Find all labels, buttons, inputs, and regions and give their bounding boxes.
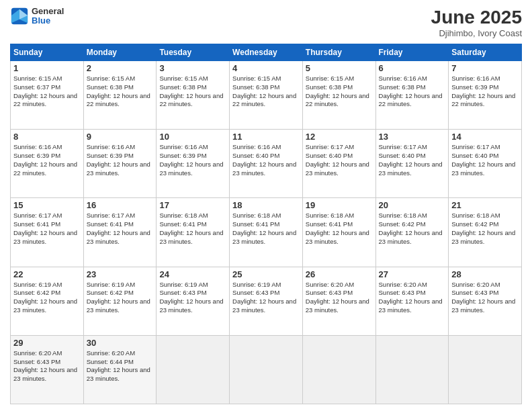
table-row: 18 Sunrise: 6:18 AMSunset: 6:41 PMDaylig… [230, 198, 303, 267]
day-info: Sunrise: 6:15 AMSunset: 6:37 PMDaylight:… [13, 75, 81, 109]
day-number: 5 [306, 63, 373, 73]
day-info: Sunrise: 6:20 AMSunset: 6:43 PMDaylight:… [13, 349, 81, 383]
logo: General Blue [10, 7, 64, 26]
table-row: 26 Sunrise: 6:20 AMSunset: 6:43 PMDaylig… [302, 267, 375, 335]
day-info: Sunrise: 6:16 AMSunset: 6:39 PMDaylight:… [451, 75, 519, 109]
table-row: 6 Sunrise: 6:16 AMSunset: 6:38 PMDayligh… [375, 61, 449, 130]
day-number: 15 [13, 200, 81, 210]
day-number: 2 [87, 63, 154, 73]
table-row [449, 335, 522, 404]
day-info: Sunrise: 6:18 AMSunset: 6:41 PMDaylight:… [232, 212, 300, 246]
table-row: 14 Sunrise: 6:17 AMSunset: 6:40 PMDaylig… [449, 130, 522, 198]
calendar-row: 8 Sunrise: 6:16 AMSunset: 6:39 PMDayligh… [11, 130, 522, 198]
day-info: Sunrise: 6:18 AMSunset: 6:41 PMDaylight:… [306, 212, 373, 246]
day-number: 23 [87, 269, 154, 279]
day-info: Sunrise: 6:17 AMSunset: 6:41 PMDaylight:… [87, 212, 154, 246]
calendar-title: June 2025 [431, 7, 522, 28]
page: General Blue June 2025 Djihimbo, Ivory C… [0, 0, 532, 411]
calendar-subtitle: Djihimbo, Ivory Coast [431, 28, 522, 38]
table-row: 15 Sunrise: 6:17 AMSunset: 6:41 PMDaylig… [11, 198, 84, 267]
day-number: 16 [87, 200, 154, 210]
col-tuesday: Tuesday [157, 44, 230, 61]
day-number: 22 [13, 269, 81, 279]
day-info: Sunrise: 6:17 AMSunset: 6:40 PMDaylight:… [306, 143, 373, 177]
table-row: 8 Sunrise: 6:16 AMSunset: 6:39 PMDayligh… [11, 130, 84, 198]
day-number: 9 [87, 132, 154, 142]
day-number: 12 [306, 132, 373, 142]
table-row: 20 Sunrise: 6:18 AMSunset: 6:42 PMDaylig… [375, 198, 449, 267]
col-thursday: Thursday [302, 44, 375, 61]
day-number: 26 [306, 269, 373, 279]
day-info: Sunrise: 6:18 AMSunset: 6:42 PMDaylight:… [451, 212, 519, 246]
table-row: 19 Sunrise: 6:18 AMSunset: 6:41 PMDaylig… [302, 198, 375, 267]
day-number: 29 [13, 338, 81, 348]
table-row: 5 Sunrise: 6:15 AMSunset: 6:38 PMDayligh… [302, 61, 375, 130]
table-row [302, 335, 375, 404]
table-row: 9 Sunrise: 6:16 AMSunset: 6:39 PMDayligh… [83, 130, 157, 198]
logo-general: General [32, 7, 64, 16]
table-row: 2 Sunrise: 6:15 AMSunset: 6:38 PMDayligh… [83, 61, 157, 130]
calendar-row: 1 Sunrise: 6:15 AMSunset: 6:37 PMDayligh… [11, 61, 522, 130]
day-info: Sunrise: 6:20 AMSunset: 6:43 PMDaylight:… [451, 281, 519, 315]
day-info: Sunrise: 6:16 AMSunset: 6:39 PMDaylight:… [87, 143, 154, 177]
day-info: Sunrise: 6:20 AMSunset: 6:44 PMDaylight:… [87, 349, 154, 383]
header: General Blue June 2025 Djihimbo, Ivory C… [10, 7, 522, 38]
day-number: 14 [451, 132, 519, 142]
logo-icon [10, 7, 29, 26]
day-info: Sunrise: 6:19 AMSunset: 6:42 PMDaylight:… [13, 281, 81, 315]
day-info: Sunrise: 6:19 AMSunset: 6:43 PMDaylight:… [159, 281, 226, 315]
day-info: Sunrise: 6:19 AMSunset: 6:42 PMDaylight:… [87, 281, 154, 315]
day-info: Sunrise: 6:19 AMSunset: 6:43 PMDaylight:… [232, 281, 300, 315]
day-info: Sunrise: 6:16 AMSunset: 6:39 PMDaylight:… [159, 143, 226, 177]
day-info: Sunrise: 6:18 AMSunset: 6:41 PMDaylight:… [159, 212, 226, 246]
day-info: Sunrise: 6:20 AMSunset: 6:43 PMDaylight:… [379, 281, 446, 315]
table-row: 25 Sunrise: 6:19 AMSunset: 6:43 PMDaylig… [230, 267, 303, 335]
day-number: 7 [451, 63, 519, 73]
table-row [230, 335, 303, 404]
col-saturday: Saturday [449, 44, 522, 61]
day-number: 19 [306, 200, 373, 210]
logo-text: General Blue [32, 7, 64, 26]
table-row: 27 Sunrise: 6:20 AMSunset: 6:43 PMDaylig… [375, 267, 449, 335]
table-row: 12 Sunrise: 6:17 AMSunset: 6:40 PMDaylig… [302, 130, 375, 198]
day-number: 10 [159, 132, 226, 142]
day-info: Sunrise: 6:17 AMSunset: 6:40 PMDaylight:… [379, 143, 446, 177]
logo-blue: Blue [32, 16, 64, 26]
day-info: Sunrise: 6:16 AMSunset: 6:39 PMDaylight:… [13, 143, 81, 177]
day-number: 1 [13, 63, 81, 73]
day-number: 20 [379, 200, 446, 210]
table-row: 24 Sunrise: 6:19 AMSunset: 6:43 PMDaylig… [157, 267, 230, 335]
col-friday: Friday [375, 44, 449, 61]
day-number: 3 [159, 63, 226, 73]
table-row: 11 Sunrise: 6:16 AMSunset: 6:40 PMDaylig… [230, 130, 303, 198]
table-row: 21 Sunrise: 6:18 AMSunset: 6:42 PMDaylig… [449, 198, 522, 267]
day-info: Sunrise: 6:18 AMSunset: 6:42 PMDaylight:… [379, 212, 446, 246]
day-number: 8 [13, 132, 81, 142]
table-row: 13 Sunrise: 6:17 AMSunset: 6:40 PMDaylig… [375, 130, 449, 198]
col-monday: Monday [83, 44, 157, 61]
day-number: 28 [451, 269, 519, 279]
day-info: Sunrise: 6:20 AMSunset: 6:43 PMDaylight:… [306, 281, 373, 315]
day-info: Sunrise: 6:16 AMSunset: 6:38 PMDaylight:… [379, 75, 446, 109]
day-info: Sunrise: 6:16 AMSunset: 6:40 PMDaylight:… [232, 143, 300, 177]
day-info: Sunrise: 6:15 AMSunset: 6:38 PMDaylight:… [306, 75, 373, 109]
day-info: Sunrise: 6:17 AMSunset: 6:41 PMDaylight:… [13, 212, 81, 246]
day-info: Sunrise: 6:15 AMSunset: 6:38 PMDaylight:… [232, 75, 300, 109]
table-row: 1 Sunrise: 6:15 AMSunset: 6:37 PMDayligh… [11, 61, 84, 130]
table-row: 16 Sunrise: 6:17 AMSunset: 6:41 PMDaylig… [83, 198, 157, 267]
day-number: 17 [159, 200, 226, 210]
table-row: 10 Sunrise: 6:16 AMSunset: 6:39 PMDaylig… [157, 130, 230, 198]
table-row [157, 335, 230, 404]
day-number: 25 [232, 269, 300, 279]
table-row: 23 Sunrise: 6:19 AMSunset: 6:42 PMDaylig… [83, 267, 157, 335]
day-info: Sunrise: 6:15 AMSunset: 6:38 PMDaylight:… [87, 75, 154, 109]
table-row: 17 Sunrise: 6:18 AMSunset: 6:41 PMDaylig… [157, 198, 230, 267]
table-row: 3 Sunrise: 6:15 AMSunset: 6:38 PMDayligh… [157, 61, 230, 130]
table-row: 7 Sunrise: 6:16 AMSunset: 6:39 PMDayligh… [449, 61, 522, 130]
day-number: 6 [379, 63, 446, 73]
day-info: Sunrise: 6:15 AMSunset: 6:38 PMDaylight:… [159, 75, 226, 109]
day-number: 11 [232, 132, 300, 142]
table-row [375, 335, 449, 404]
table-row: 29 Sunrise: 6:20 AMSunset: 6:43 PMDaylig… [11, 335, 84, 404]
table-row: 22 Sunrise: 6:19 AMSunset: 6:42 PMDaylig… [11, 267, 84, 335]
